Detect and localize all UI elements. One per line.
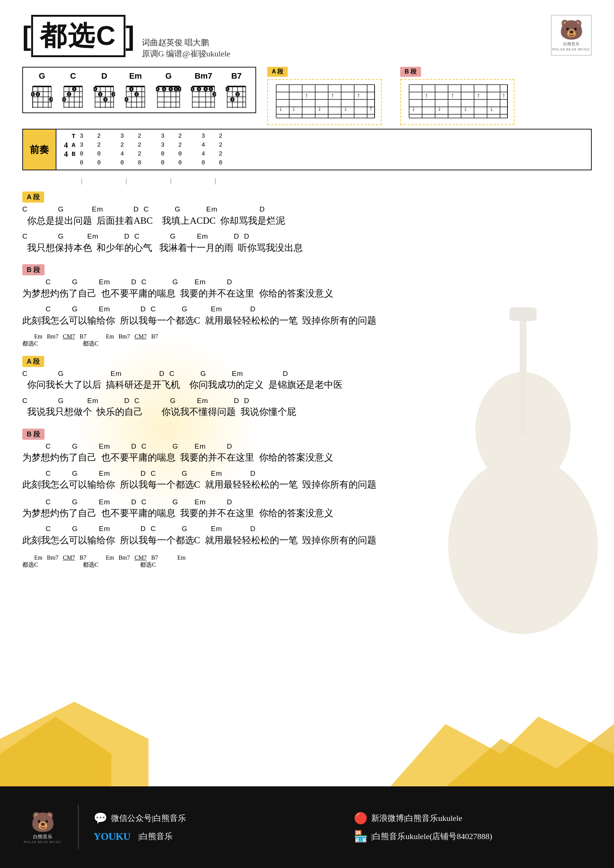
svg-text:2: 2 (113, 92, 115, 96)
title-block: [ 都选C ] 词曲赵英俊 唱大鹏 原调G 编谱@崔骏ukulele (22, 15, 230, 59)
svg-text:↓: ↓ (464, 105, 467, 112)
lyric-row: 你问我长大了以后 搞科研还是开飞机 你问我成功的定义 是锦旗还是老中医 (22, 378, 592, 392)
svg-text:1: 1 (157, 87, 158, 91)
chord-row: Em Bm7 CM7 B7 Em Bm7 CM7 B7 (22, 333, 592, 340)
svg-text:1: 1 (32, 92, 34, 96)
lyric-row: 都选C 都选C 都选C (22, 561, 592, 569)
chord-row: C G Em D C G Em D (22, 369, 592, 378)
chord-row: C G Em D C G Em D (22, 305, 592, 314)
svg-text:3: 3 (105, 98, 107, 101)
svg-text:1: 1 (205, 87, 207, 91)
svg-text:↑: ↑ (477, 91, 481, 99)
strum-a-grid: ↓ ↓ ↑ ↓ ↑ ↓ ↑ ↑ (267, 79, 381, 125)
lyric-row: 都选C 都选C (22, 340, 592, 348)
strum-b-label: B 段 (400, 67, 421, 77)
footer-taobao-text: |白熊音乐ukulele(店铺号84027888) (371, 831, 492, 842)
verse-b3-line2: C G Em D C G Em D 此刻我怎么可以输给你 所以我每一个都选C 就… (22, 524, 592, 547)
verse-a2-line1: C G Em D C G Em D 你问我长大了以后 搞科研还是开飞机 你问我成… (22, 369, 592, 392)
song-title: 都选C (31, 15, 126, 57)
verse-a2-line2: C G Em D C G Em D D 我说我只想做个 快乐的自己 你说我不懂得… (22, 396, 592, 419)
tab-section: 前奏 44 T 3 2 3 2 3 2 3 2 A 3 (22, 129, 592, 170)
strum-b-grid: ↓ ↑ ↓ ↑ ↓ ↑ ↓ ↑ (400, 79, 515, 125)
chord-row: C G Em D C G Em D (22, 277, 592, 287)
svg-text:1: 1 (163, 87, 165, 91)
chorus-2: Em Bm7 CM7 B7 Em Bm7 CM7 B7 Em 都选C 都选C 都… (22, 555, 592, 569)
svg-text:↓: ↓ (292, 105, 296, 112)
chord-row: Em Bm7 CM7 B7 Em Bm7 CM7 B7 Em (22, 555, 592, 561)
chord-row: C G Em D C G Em D (22, 442, 592, 451)
lyric-row: 此刻我怎么可以输给你 所以我每一个都选C 就用最轻轻松松的一笔 毁掉你所有的问题 (22, 534, 592, 547)
chord-b7: B7 (226, 71, 247, 109)
verse-b1-line1: C G Em D C G Em D 为梦想灼伤了自己 也不要平庸的喘息 我要的并… (22, 277, 592, 300)
svg-text:↑: ↑ (502, 91, 505, 99)
wechat-icon: 💬 (93, 812, 107, 825)
svg-text:1: 1 (170, 87, 172, 91)
section-b-2: B 段 C G Em D C G Em D 为梦想灼伤了自己 也不要平庸的喘息 … (22, 423, 592, 492)
verse-a1-line1: C G Em D C G Em D 你总是提出问题 后面挂着ABC 我填上ACD… (22, 205, 592, 228)
lyric-row: 为梦想灼伤了自己 也不要平庸的喘息 我要的并不在这里 你给的答案没意义 (22, 451, 592, 464)
svg-text:↑: ↑ (369, 105, 373, 112)
verse-b2-line2: C G Em D C G Em D 此刻我怎么可以输给你 所以我每一个都选C 就… (22, 469, 592, 492)
lyric-row: 为梦想灼伤了自己 也不要平庸的喘息 我要的并不在这里 你给的答案没意义 (22, 287, 592, 300)
weibo-icon: 🔴 (354, 812, 367, 825)
verse-b1-line2: C G Em D C G Em D 此刻我怎么可以输给你 所以我每一个都选C 就… (22, 305, 592, 327)
verse-a1-line2: C G Em D C G Em D D 我只想保持本色 和少年的心气 我淋着十一… (22, 232, 592, 254)
strum-b-box: B 段 (400, 67, 515, 125)
footer-weibo: 🔴 新浪微博|白熊音乐ukulele (354, 812, 592, 825)
section-a-label-2: A 段 (22, 356, 44, 367)
verse-b2-line1: C G Em D C G Em D 为梦想灼伤了自己 也不要平庸的喘息 我要的并… (22, 442, 592, 465)
svg-text:1: 1 (179, 87, 181, 91)
chord-row: C G Em D C G Em D D (22, 396, 592, 406)
svg-text:3: 3 (126, 98, 127, 101)
svg-text:2: 2 (136, 92, 138, 96)
svg-text:1: 1 (192, 87, 194, 91)
footer-links: 💬 微信公众号|白熊音乐 🔴 新浪微博|白熊音乐ukulele YOUKU |白… (93, 812, 592, 843)
strum-patterns-area: A 段 (267, 67, 515, 125)
section-b-3: C G Em D C G Em D 为梦想灼伤了自己 也不要平庸的喘息 我要的并… (22, 498, 592, 547)
svg-text:↑: ↑ (305, 91, 309, 99)
chord-row: C G Em D C G Em D (22, 498, 592, 507)
svg-text:↑: ↑ (331, 91, 335, 99)
lyric-row: 此刻我怎么可以输给你 所以我每一个都选C 就用最轻轻松松的一笔 毁掉你所有的问题 (22, 314, 592, 327)
svg-text:1: 1 (73, 87, 75, 91)
tab-label: 前奏 (23, 130, 56, 170)
logo-bear-icon: 🐻 (560, 19, 583, 41)
chorus-1: Em Bm7 CM7 B7 Em Bm7 CM7 B7 都选C 都选C (22, 333, 592, 348)
strum-a-box: A 段 (267, 67, 381, 125)
section-b-1: B 段 C G Em D C G Em D 为梦想灼伤了自己 也不要平庸的喘息 … (22, 259, 592, 327)
chord-g2: G (156, 71, 181, 109)
tab-content: 44 T 3 2 3 2 3 2 3 2 A 3 2 2 2 3 2 4 2 (56, 130, 591, 170)
svg-text:3: 3 (232, 98, 234, 101)
svg-text:2: 2 (68, 92, 70, 96)
taobao-icon: 🏪 (354, 830, 367, 843)
beat-markers: | | | | (22, 177, 592, 185)
lyric-row: 我说我只想做个 快乐的自己 你说我不懂得问题 我说你懂个屁 (22, 405, 592, 418)
footer-logo-en: POLAR BEAR MUSIC (24, 840, 62, 844)
footer-logo-name: 白熊音乐 (33, 834, 52, 840)
chord-diagrams-box: G (22, 67, 256, 113)
footer-bear-icon: 🐻 (31, 811, 55, 834)
footer-wechat: 💬 微信公众号|白熊音乐 (93, 812, 332, 825)
strum-a-label: A 段 (267, 67, 288, 77)
chord-bm7: Bm7 (191, 71, 216, 109)
chord-row: C G Em D C G Em D (22, 524, 592, 534)
chord-row: C G Em D C G Em D (22, 469, 592, 478)
footer-divider (78, 805, 79, 849)
footer-wechat-text: 微信公众号|白熊音乐 (111, 813, 186, 824)
svg-text:↓: ↓ (344, 105, 347, 112)
svg-text:↓: ↓ (490, 105, 493, 112)
logo-text: 白熊音乐POLAR BEAR MUSIC (552, 41, 591, 52)
song-subtitle: 词曲赵英俊 唱大鹏 原调G 编谱@崔骏ukulele (142, 37, 230, 59)
svg-text:2: 2 (99, 92, 101, 96)
footer-youku: YOUKU |白熊音乐 (93, 831, 332, 842)
youku-icon: YOUKU (93, 831, 130, 842)
svg-text:1: 1 (94, 87, 96, 91)
section-b-label-1: B 段 (22, 264, 45, 275)
section-b-label-2: B 段 (22, 429, 45, 440)
lyric-row: 为梦想灼伤了自己 也不要平庸的喘息 我要的并不在这里 你给的答案没意义 (22, 507, 592, 520)
chord-em: Em (125, 71, 146, 109)
svg-text:↓: ↓ (438, 105, 441, 112)
svg-text:2: 2 (37, 92, 39, 96)
section-a-2: A 段 C G Em D C G Em D 你问我长大了以后 搞科研还是开飞机 … (22, 351, 592, 419)
chord-d: D (93, 71, 115, 109)
